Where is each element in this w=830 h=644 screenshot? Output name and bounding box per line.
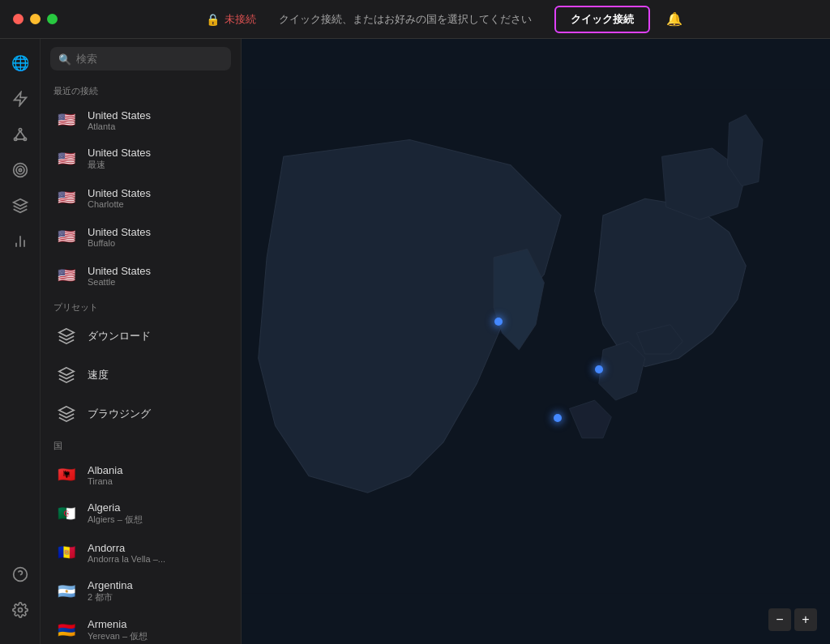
- nav-icons: 🌐: [0, 39, 41, 644]
- city-name: Atlanta: [88, 122, 151, 131]
- world-map: [242, 39, 830, 644]
- preset-speed-label: 速度: [88, 368, 109, 382]
- item-text-charlotte: United States Charlotte: [88, 187, 151, 209]
- nav-help[interactable]: [6, 560, 35, 589]
- nav-lightning[interactable]: [6, 84, 35, 113]
- svg-marker-0: [14, 92, 26, 106]
- svg-marker-18: [59, 368, 74, 375]
- svg-marker-17: [59, 329, 74, 336]
- svg-point-16: [18, 608, 22, 612]
- flag-us-charlotte: 🇺🇸: [53, 185, 79, 211]
- search-icon: 🔍: [58, 53, 71, 65]
- country-name: Andorra: [88, 542, 165, 554]
- flag-algeria: 🇩🇿: [53, 501, 79, 527]
- svg-point-8: [16, 166, 24, 174]
- country-name: Albania: [88, 464, 122, 476]
- sidebar-scroll: 最近の接続 🇺🇸 United States Atlanta 🇺🇸 United…: [41, 79, 241, 644]
- zoom-minus-button[interactable]: −: [768, 608, 791, 631]
- item-text-buffalo: United States Buffalo: [88, 226, 151, 248]
- nav-nodes[interactable]: [6, 120, 35, 149]
- recent-item-buffalo[interactable]: 🇺🇸 United States Buffalo: [47, 217, 234, 256]
- flag-armenia: 🇦🇲: [53, 617, 79, 643]
- traffic-lights: [13, 14, 58, 24]
- country-armenia[interactable]: 🇦🇲 Armenia Yerevan – 仮想: [47, 611, 234, 644]
- svg-point-1: [19, 129, 21, 131]
- country-albania[interactable]: 🇦🇱 Albania Tirana: [47, 455, 234, 494]
- minimize-button[interactable]: [30, 14, 41, 24]
- svg-line-4: [15, 131, 20, 138]
- item-text-algeria: Algeria Algiers – 仮想: [88, 501, 143, 526]
- recent-item-seattle[interactable]: 🇺🇸 United States Seattle: [47, 256, 234, 295]
- main-layout: 🌐 🔍: [0, 39, 830, 644]
- nav-globe[interactable]: 🌐: [6, 49, 35, 78]
- country-algeria[interactable]: 🇩🇿 Algeria Algiers – 仮想: [47, 494, 234, 533]
- maximize-button[interactable]: [47, 14, 58, 24]
- search-input[interactable]: [50, 47, 231, 70]
- recent-item-charlotte[interactable]: 🇺🇸 United States Charlotte: [47, 178, 234, 217]
- flag-us-atlanta: 🇺🇸: [53, 107, 79, 133]
- country-name: United States: [88, 187, 151, 199]
- connection-status: 🔒 未接続: [206, 12, 256, 27]
- flag-us-seattle: 🇺🇸: [53, 262, 79, 288]
- layers-download-icon: [53, 323, 79, 349]
- lock-icon: 🔒: [206, 13, 220, 26]
- city-name: Buffalo: [88, 238, 151, 248]
- flag-us-fastest: 🇺🇸: [53, 146, 79, 172]
- map-area[interactable]: − +: [242, 39, 830, 644]
- sidebar: 🔍 最近の接続 🇺🇸 United States Atlanta 🇺🇸 Unit…: [41, 39, 242, 644]
- country-name: Armenia: [88, 618, 148, 630]
- city-name: Charlotte: [88, 199, 151, 209]
- item-text-andorra: Andorra Andorra la Vella –...: [88, 542, 165, 564]
- layers-speed-icon: [53, 362, 79, 388]
- country-argentina[interactable]: 🇦🇷 Argentina 2 都市: [47, 572, 234, 611]
- preset-speed[interactable]: 速度: [47, 356, 234, 395]
- countries-section-label: 国: [47, 433, 234, 455]
- city-name: Andorra la Vella –...: [88, 554, 165, 564]
- city-name: Algiers – 仮想: [88, 514, 143, 526]
- city-name: Tirana: [88, 476, 122, 486]
- country-name: United States: [88, 226, 151, 238]
- svg-line-5: [20, 131, 25, 138]
- country-name: Argentina: [88, 579, 133, 591]
- svg-marker-19: [59, 407, 74, 414]
- item-text-argentina: Argentina 2 都市: [88, 579, 133, 603]
- flag-argentina: 🇦🇷: [53, 578, 79, 604]
- nav-target[interactable]: [6, 156, 35, 185]
- nav-layers[interactable]: [6, 191, 35, 220]
- svg-point-9: [19, 168, 21, 171]
- bell-icon[interactable]: 🔔: [666, 11, 682, 27]
- presets-section-label: プリセット: [47, 295, 234, 317]
- svg-marker-10: [13, 199, 27, 206]
- country-name: United States: [88, 109, 151, 122]
- recent-item-atlanta[interactable]: 🇺🇸 United States Atlanta: [47, 100, 234, 139]
- country-andorra[interactable]: 🇦🇩 Andorra Andorra la Vella –...: [47, 533, 234, 572]
- map-dot-korea: [494, 318, 503, 326]
- preset-browsing[interactable]: ブラウジング: [47, 395, 234, 433]
- map-dot-japan1: [595, 365, 603, 373]
- nav-stats[interactable]: [6, 227, 35, 256]
- flag-andorra: 🇦🇩: [53, 540, 79, 565]
- preset-download[interactable]: ダウンロード: [47, 317, 234, 356]
- item-text-atlanta: United States Atlanta: [88, 109, 151, 131]
- status-label: 未接続: [225, 12, 256, 27]
- city-name: 2 都市: [88, 591, 133, 603]
- country-name: United States: [88, 265, 151, 277]
- titlebar: 🔒 未接続 クイック接続、またはお好みの国を選択してください クイック接続 🔔: [0, 0, 830, 39]
- preset-download-label: ダウンロード: [88, 329, 151, 343]
- zoom-controls: − +: [768, 608, 817, 631]
- country-name: United States: [88, 147, 151, 159]
- layers-browsing-icon: [53, 401, 79, 427]
- item-text-armenia: Armenia Yerevan – 仮想: [88, 618, 148, 642]
- close-button[interactable]: [13, 14, 24, 24]
- recent-section-label: 最近の接続: [47, 79, 234, 100]
- nav-settings[interactable]: [6, 595, 35, 625]
- item-text-seattle: United States Seattle: [88, 265, 151, 287]
- map-dot-japan2: [554, 414, 562, 422]
- quick-connect-button[interactable]: クイック接続: [554, 6, 650, 33]
- preset-browsing-label: ブラウジング: [88, 407, 151, 421]
- recent-item-fastest[interactable]: 🇺🇸 United States 最速: [47, 139, 234, 178]
- item-text-fastest: United States 最速: [88, 147, 151, 171]
- zoom-plus-button[interactable]: +: [794, 608, 817, 631]
- titlebar-hint: クイック接続、またはお好みの国を選択してください: [279, 12, 532, 27]
- search-bar: 🔍: [41, 39, 241, 79]
